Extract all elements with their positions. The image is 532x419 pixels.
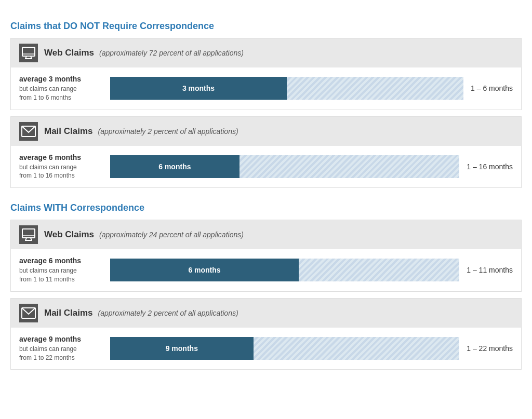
- range-note-no-corr-web: but claims can rangefrom 1 to 6 months: [19, 85, 100, 102]
- bar-avg-corr-web: 6 months: [110, 259, 299, 281]
- range-note-no-corr-mail: but claims can rangefrom 1 to 16 months: [19, 163, 100, 181]
- range-text-corr-web: 1 – 11 months: [467, 266, 513, 274]
- bar-wrapper-corr-mail: 9 months 1 – 22 months: [110, 337, 513, 360]
- claim-group-no-corr-mail: Mail Claims (approximately 2 percent of …: [10, 116, 522, 188]
- bar-outer-no-corr-mail: 6 months: [110, 155, 459, 178]
- range-text-no-corr-web: 1 – 6 months: [471, 84, 513, 92]
- claim-stats-corr-web: average 6 months but claims can rangefro…: [19, 256, 100, 284]
- claim-pct-no-corr-web: (approximately 72 percent of all applica…: [99, 49, 244, 57]
- claim-stats-no-corr-mail: average 6 months but claims can rangefro…: [19, 153, 100, 181]
- claim-type-no-corr-web: Web Claims: [44, 48, 94, 58]
- bar-avg-no-corr-mail: 6 months: [110, 155, 240, 178]
- claim-body-no-corr-web: average 3 months but claims can rangefro…: [11, 67, 521, 110]
- claim-header-no-corr-mail: Mail Claims (approximately 2 percent of …: [11, 117, 521, 146]
- section1-title: Claims that DO NOT Require Correspondenc…: [10, 21, 522, 32]
- claim-header-corr-web: Web Claims (approximately 24 percent of …: [11, 220, 521, 249]
- claim-body-corr-web: average 6 months but claims can rangefro…: [11, 249, 521, 291]
- claim-pct-corr-mail: (approximately 2 percent of all applicat…: [98, 309, 238, 317]
- avg-label-no-corr-web: average 3 months: [19, 75, 100, 83]
- svg-rect-6: [22, 229, 35, 238]
- avg-label-corr-web: average 6 months: [19, 256, 100, 265]
- bar-avg-corr-mail: 9 months: [110, 337, 254, 360]
- claim-body-no-corr-mail: average 6 months but claims can rangefro…: [11, 146, 521, 188]
- range-note-corr-mail: but claims can rangefrom 1 to 22 months: [19, 345, 100, 362]
- claim-icon-corr-mail: [19, 304, 38, 322]
- range-note-corr-web: but claims can rangefrom 1 to 11 months: [19, 266, 100, 284]
- claim-header-no-corr-web: Web Claims (approximately 72 percent of …: [11, 38, 521, 67]
- claim-stats-no-corr-web: average 3 months but claims can rangefro…: [19, 75, 100, 102]
- bar-outer-corr-mail: 9 months: [110, 337, 459, 360]
- claim-header-corr-mail: Mail Claims (approximately 2 percent of …: [11, 299, 521, 328]
- claim-type-corr-mail: Mail Claims: [44, 308, 93, 318]
- bar-wrapper-corr-web: 6 months 1 – 11 months: [110, 259, 513, 281]
- claim-group-corr-web: Web Claims (approximately 24 percent of …: [10, 220, 522, 292]
- claim-group-corr-mail: Mail Claims (approximately 2 percent of …: [10, 298, 522, 370]
- bar-wrapper-no-corr-mail: 6 months 1 – 16 months: [110, 155, 513, 178]
- bar-outer-no-corr-web: 3 months: [110, 77, 463, 100]
- claim-type-corr-web: Web Claims: [44, 229, 94, 240]
- claim-type-no-corr-mail: Mail Claims: [44, 126, 93, 137]
- range-text-corr-mail: 1 – 22 months: [467, 344, 513, 353]
- bar-wrapper-no-corr-web: 3 months 1 – 6 months: [110, 77, 513, 100]
- bar-avg-no-corr-web: 3 months: [110, 77, 287, 100]
- claim-icon-corr-web: [19, 225, 38, 244]
- section2-title: Claims WITH Correspondence: [10, 202, 522, 213]
- claim-icon-no-corr-mail: [19, 122, 38, 141]
- claim-body-corr-mail: average 9 months but claims can rangefro…: [11, 328, 521, 370]
- svg-rect-0: [22, 47, 35, 56]
- range-text-no-corr-mail: 1 – 16 months: [467, 163, 513, 171]
- bar-outer-corr-web: 6 months: [110, 259, 459, 281]
- avg-label-corr-mail: average 9 months: [19, 335, 100, 343]
- avg-label-no-corr-mail: average 6 months: [19, 153, 100, 161]
- claim-icon-no-corr-web: [19, 44, 38, 62]
- claim-group-no-corr-web: Web Claims (approximately 72 percent of …: [10, 38, 522, 110]
- claim-pct-no-corr-mail: (approximately 2 percent of all applicat…: [98, 127, 238, 136]
- claim-stats-corr-mail: average 9 months but claims can rangefro…: [19, 335, 100, 362]
- claim-pct-corr-web: (approximately 24 percent of all applica…: [99, 231, 244, 239]
